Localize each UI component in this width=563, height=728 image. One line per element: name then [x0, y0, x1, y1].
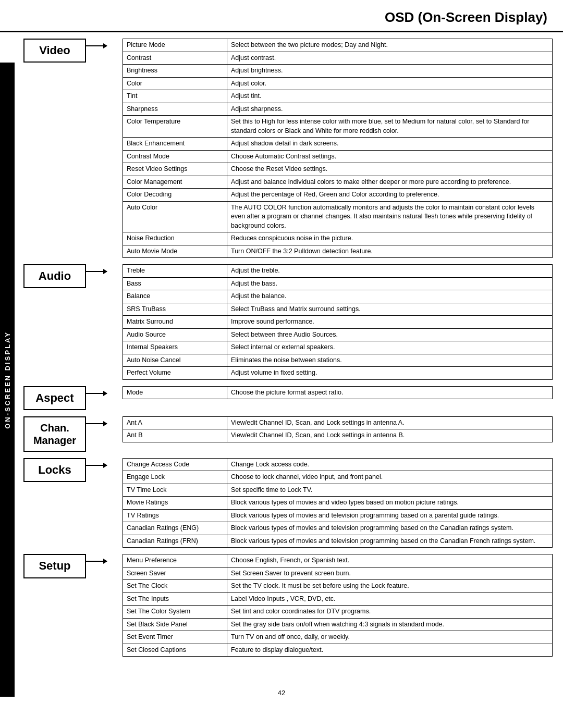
table-row: Auto Noise CancelEliminates the noise be… [123, 354, 553, 367]
table-audio: TrebleAdjust the treble.BassAdjust the b… [123, 264, 553, 380]
arrow-chan-manager [86, 416, 107, 424]
table-row: Auto Movie ModeTurn ON/OFF the 3:2 Pulld… [123, 245, 553, 258]
table-row: Perfect VolumeAdjust volume in fixed set… [123, 367, 553, 380]
table-row: Set The Color SystemSet tint and color c… [123, 606, 553, 619]
table-row: Canadian Ratings (ENG)Block various type… [123, 522, 553, 535]
table-row: ContrastAdjust contrast. [123, 52, 553, 65]
vertical-label: ON-SCREEN DISPLAY [0, 63, 15, 697]
section-label-chan-manager: Chan. Manager [23, 416, 86, 452]
table-row: SharpnessAdjust sharpness. [123, 103, 553, 116]
table-row: BrightnessAdjust brightness. [123, 65, 553, 78]
table-row: TV Time LockSet specific time to Lock TV… [123, 484, 553, 497]
table-row: BassAdjust the bass. [123, 277, 553, 290]
table-setup: Menu PreferenceChoose English, French, o… [123, 554, 553, 657]
table-row: Internal SpeakersSelect internal or exte… [123, 341, 553, 354]
section-label-audio: Audio [23, 264, 86, 288]
table-row: Set Event TimerTurn TV on and off once, … [123, 631, 553, 644]
arrow-locks [86, 458, 107, 466]
table-row: Change Access CodeChange Lock access cod… [123, 458, 553, 471]
table-row: SRS TruBassSelect TruBass and Matrix sur… [123, 303, 553, 316]
section-label-aspect: Aspect [23, 386, 86, 410]
table-row: Color TemperatureSet this to High for le… [123, 116, 553, 138]
table-row: Menu PreferenceChoose English, French, o… [123, 554, 553, 567]
table-row: Canadian Ratings (FRN)Block various type… [123, 535, 553, 548]
table-row: Movie RatingsBlock various types of movi… [123, 497, 553, 510]
table-row: Contrast ModeChoose Automatic Contrast s… [123, 150, 553, 163]
section-label-setup: Setup [23, 554, 86, 578]
arrow-audio [86, 264, 107, 272]
section-audio: AudioTrebleAdjust the treble.BassAdjust … [23, 264, 553, 380]
table-chan-manager: Ant AView/edit Channel ID, Scan, and Loc… [123, 416, 553, 442]
page-number: 42 [0, 684, 563, 707]
section-video: VideoPicture ModeSelect between the two … [23, 39, 553, 258]
section-aspect: AspectModeChoose the picture format aspe… [23, 386, 553, 410]
section-label-video: Video [23, 39, 86, 63]
table-row: ModeChoose the picture format aspect rat… [123, 386, 553, 399]
table-row: Black EnhancementAdjust shadow detail in… [123, 138, 553, 151]
table-row: Set The ClockSet the TV clock. It must b… [123, 580, 553, 593]
table-row: Ant AView/edit Channel ID, Scan, and Loc… [123, 416, 553, 429]
table-row: ColorAdjust color. [123, 77, 553, 90]
page-title: OSD (On-Screen Display) [0, 0, 563, 32]
section-chan-manager: Chan. ManagerAnt AView/edit Channel ID, … [23, 416, 553, 452]
table-row: Audio SourceSelect between three Audio S… [123, 328, 553, 341]
table-row: TintAdjust tint. [123, 90, 553, 103]
section-setup: SetupMenu PreferenceChoose English, Fren… [23, 554, 553, 657]
table-row: Matrix SurroundImprove sound performance… [123, 316, 553, 329]
arrow-setup [86, 554, 107, 562]
table-row: Engage LockChoose to lock channel, video… [123, 471, 553, 484]
table-row: Screen SaverSet Screen Saver to prevent … [123, 567, 553, 580]
table-row: TrebleAdjust the treble. [123, 265, 553, 278]
main-content: VideoPicture ModeSelect between the two … [18, 39, 563, 684]
table-row: Color DecodingAdjust the percentage of R… [123, 189, 553, 202]
table-row: Set The InputsLabel Video Inputs , VCR, … [123, 593, 553, 606]
table-row: Reset Video SettingsChoose the Reset Vid… [123, 163, 553, 176]
table-video: Picture ModeSelect between the two pictu… [123, 39, 553, 258]
arrow-video [86, 39, 107, 46]
table-row: Picture ModeSelect between the two pictu… [123, 39, 553, 52]
table-row: TV RatingsBlock various types of movies … [123, 509, 553, 522]
table-row: Noise ReductionReduces conspicuous noise… [123, 232, 553, 245]
table-row: Auto ColorThe AUTO COLOR function automa… [123, 201, 553, 232]
table-row: Ant BView/edit Channel ID, Scan, and Loc… [123, 429, 553, 442]
table-row: Set Black Side PanelSet the gray side ba… [123, 618, 553, 631]
arrow-aspect [86, 386, 107, 394]
table-aspect: ModeChoose the picture format aspect rat… [123, 386, 553, 400]
table-row: BalanceAdjust the balance. [123, 290, 553, 303]
table-row: Set Closed CaptionsFeature to display di… [123, 644, 553, 657]
section-label-locks: Locks [23, 458, 86, 482]
table-row: Color ManagementAdjust and balance indiv… [123, 176, 553, 189]
table-locks: Change Access CodeChange Lock access cod… [123, 458, 553, 548]
section-locks: LocksChange Access CodeChange Lock acces… [23, 458, 553, 548]
